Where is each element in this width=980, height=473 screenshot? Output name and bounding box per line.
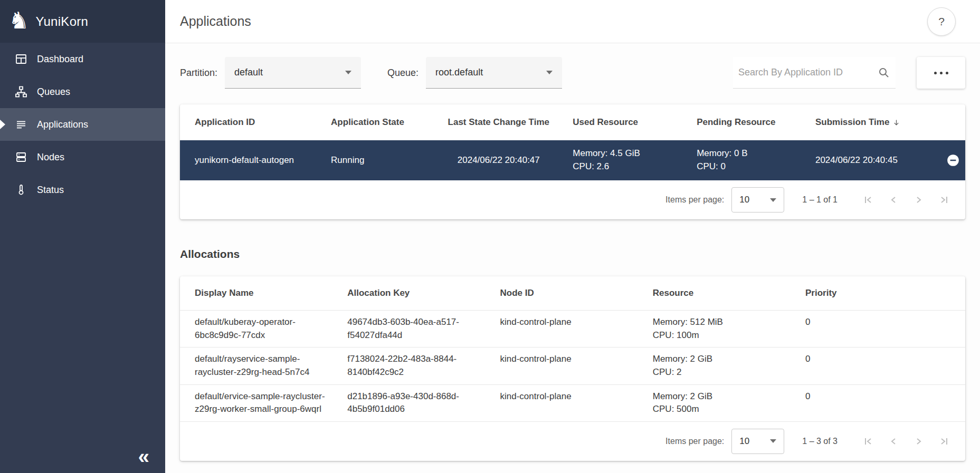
last-page-button[interactable] (931, 187, 957, 213)
col-submission-time[interactable]: Submission Time (815, 117, 928, 128)
sidebar-item-applications[interactable]: Applications (0, 108, 165, 141)
sort-descending-arrow-icon (892, 119, 900, 127)
search-input[interactable] (737, 66, 878, 79)
page-size-value: 10 (739, 195, 749, 205)
first-page-icon (862, 435, 874, 448)
chevron-down-icon (770, 439, 776, 443)
pending-resource-cell: Memory: 0 B CPU: 0 (697, 147, 815, 173)
display-name-cell: default/ervice-sample-raycluster-z29rg-w… (195, 390, 347, 416)
used-resource-cell: Memory: 4.5 GiB CPU: 2.6 (573, 147, 697, 173)
page-size-value: 10 (739, 436, 749, 447)
partition-select[interactable]: default (225, 57, 361, 89)
priority-cell: 0 (805, 390, 950, 403)
col-node-id[interactable]: Node ID (500, 288, 653, 298)
col-used-resource[interactable]: Used Resource (573, 117, 697, 128)
application-state-cell: Running (331, 154, 435, 167)
app-root: ♞ YuniKorn Dashboard Queues (0, 0, 980, 473)
page-range-label: 1 – 3 of 3 (802, 437, 838, 446)
help-button[interactable]: ? (927, 7, 956, 36)
previous-page-button[interactable] (881, 187, 906, 213)
applications-icon (15, 118, 27, 131)
col-display-name[interactable]: Display Name (195, 288, 347, 298)
collapse-row-button[interactable] (928, 153, 960, 167)
application-id-cell: yunikorn-default-autogen (195, 154, 331, 167)
status-icon (15, 184, 27, 196)
submission-time-cell: 2024/06/22 20:40:45 (815, 154, 928, 167)
sidebar-item-nodes[interactable]: Nodes (0, 141, 165, 173)
queue-select-value: root.default (435, 67, 483, 78)
page-size-select[interactable]: 10 (731, 187, 784, 213)
first-page-button[interactable] (855, 187, 881, 213)
col-resource[interactable]: Resource (653, 288, 805, 298)
sidebar-item-label: Dashboard (37, 54, 83, 65)
application-row[interactable]: yunikorn-default-autogen Running 2024/06… (180, 140, 965, 180)
col-allocation-key[interactable]: Allocation Key (347, 288, 500, 298)
priority-cell: 0 (805, 353, 950, 366)
last-page-icon (938, 435, 950, 448)
chevron-left-icon (887, 435, 900, 448)
first-page-button[interactable] (855, 429, 881, 454)
partition-label: Partition: (180, 67, 217, 79)
nodes-icon (15, 151, 27, 163)
node-id-cell: kind-control-plane (500, 316, 653, 329)
resource-cell: Memory: 2 GiB CPU: 500m (653, 390, 805, 416)
sidebar-item-status[interactable]: Status (0, 173, 165, 206)
applications-paginator: Items per page: 10 1 – 1 of 1 (180, 180, 965, 219)
allocations-paginator: Items per page: 10 1 – 3 of 3 (180, 421, 965, 461)
queue-select[interactable]: root.default (426, 57, 562, 89)
node-id-cell: kind-control-plane (500, 390, 653, 403)
last-page-button[interactable] (931, 429, 957, 454)
sidebar-collapse-area: « (0, 447, 165, 473)
col-pending-resource[interactable]: Pending Resource (697, 117, 815, 128)
sidebar-item-label: Queues (37, 86, 70, 98)
col-application-id[interactable]: Application ID (195, 117, 331, 128)
last-page-icon (938, 194, 950, 206)
more-options-button[interactable] (917, 57, 965, 89)
search-icon (878, 66, 890, 79)
display-name-cell: default/kuberay-operator-6bc8c9d9c-77cdx (195, 316, 347, 342)
sidebar-nav: Dashboard Queues Applications (0, 43, 165, 206)
allocation-key-cell: d21b1896-a93e-430d-868d-4b5b9f01dd06 (347, 390, 500, 416)
sidebar: ♞ YuniKorn Dashboard Queues (0, 0, 165, 473)
filters-row: Partition: default Queue: root.default (180, 57, 965, 89)
chevron-down-icon (345, 71, 351, 74)
chevron-down-icon (770, 198, 776, 202)
sidebar-item-label: Nodes (37, 152, 64, 163)
col-priority[interactable]: Priority (805, 288, 950, 298)
more-options-icon (934, 72, 937, 74)
brand[interactable]: ♞ YuniKorn (0, 0, 165, 43)
queues-icon (15, 85, 27, 98)
allocation-row[interactable]: default/rayservice-sample-raycluster-z29… (180, 347, 965, 384)
display-name-cell: default/rayservice-sample-raycluster-z29… (195, 353, 347, 379)
col-last-state-change-time[interactable]: Last State Change Time (435, 117, 573, 128)
active-item-marker-icon (0, 120, 5, 129)
more-options-icon (940, 72, 943, 74)
page-size-select[interactable]: 10 (731, 429, 784, 454)
priority-cell: 0 (805, 316, 950, 329)
allocations-table-header: Display Name Allocation Key Node ID Reso… (180, 276, 965, 310)
next-page-button[interactable] (906, 429, 931, 454)
sidebar-item-dashboard[interactable]: Dashboard (0, 43, 165, 75)
next-page-button[interactable] (906, 187, 931, 213)
previous-page-button[interactable] (881, 429, 906, 454)
node-id-cell: kind-control-plane (500, 353, 653, 366)
col-application-state[interactable]: Application State (331, 117, 435, 128)
partition-select-value: default (234, 67, 263, 78)
sidebar-item-queues[interactable]: Queues (0, 75, 165, 108)
collapse-sidebar-icon[interactable]: « (138, 447, 149, 467)
dashboard-icon (15, 53, 27, 65)
queue-label: Queue: (387, 67, 418, 79)
allocation-key-cell: 49674db3-603b-40ea-a517-f54027dfa44d (347, 316, 500, 342)
last-state-change-cell: 2024/06/22 20:40:47 (435, 154, 573, 167)
applications-table: Application ID Application State Last St… (180, 104, 965, 219)
applications-table-header: Application ID Application State Last St… (180, 104, 965, 140)
allocation-key-cell: f7138024-22b2-483a-8844-8140bf42c9c2 (347, 353, 500, 379)
search-field (733, 57, 896, 89)
first-page-icon (862, 194, 874, 206)
allocation-row[interactable]: default/ervice-sample-raycluster-z29rg-w… (180, 384, 965, 421)
allocation-row[interactable]: default/kuberay-operator-6bc8c9d9c-77cdx… (180, 310, 965, 347)
page-range-label: 1 – 1 of 1 (802, 195, 838, 205)
chevron-down-icon (546, 71, 553, 74)
sidebar-item-label: Applications (37, 119, 88, 130)
unicorn-logo-icon: ♞ (8, 9, 29, 32)
